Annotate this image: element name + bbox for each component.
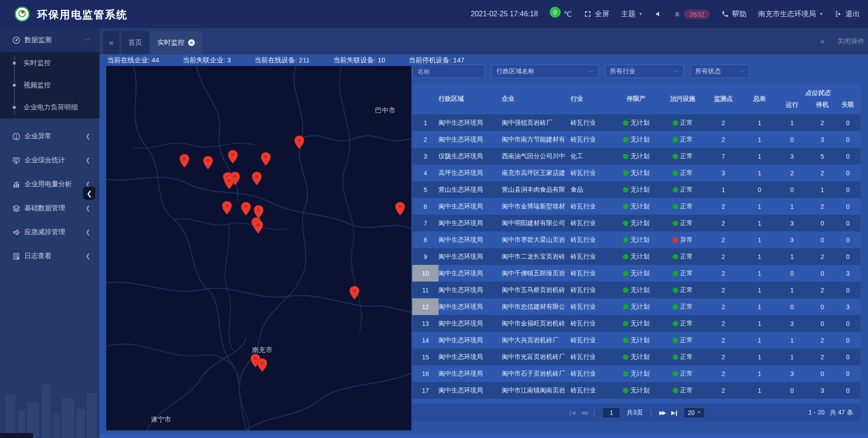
close-tab-icon[interactable]: ✕	[188, 39, 195, 46]
map-pin-icon[interactable]	[222, 201, 232, 215]
row-index-cell[interactable]: 10	[412, 265, 439, 282]
row-index-cell[interactable]: 2	[412, 131, 439, 148]
sidebar-subitem-企业电力负荷明细[interactable]: 企业电力负荷明细	[0, 96, 99, 118]
table-row[interactable]: 5营山生态环境局营山县润丰肉食品有限食品无计划正常10010	[412, 181, 860, 198]
table-row[interactable]: 18南部生态环境局南部县砖华页岩有限公建材行业无计划正常10010	[412, 399, 860, 404]
row-index-cell[interactable]: 5	[412, 181, 439, 198]
fullscreen-button[interactable]: 全屏	[584, 9, 609, 19]
table-row[interactable]: 3仪陇生态环境局西南油气田分公司川中化工无计划正常71350	[412, 148, 860, 165]
table-row[interactable]: 7阆中生态环境局阆中明阳建材有限公司砖瓦行业无计划正常21300	[412, 215, 860, 231]
status-filter-select[interactable]: 所有状态 ﹀	[690, 65, 750, 78]
map-pin-icon[interactable]	[257, 358, 267, 372]
row-index-cell[interactable]: 18	[412, 399, 439, 404]
table-row[interactable]: 14阆中生态环境局阆中大兴页岩机砖厂砖瓦行业无计划正常21120	[412, 332, 860, 349]
tab-实时监控[interactable]: 实时监控✕	[150, 31, 202, 54]
sidebar-item-企业综合统计[interactable]: 企业综合统计❮	[0, 148, 99, 172]
map-pin-icon[interactable]	[349, 286, 359, 300]
table-row[interactable]: 4高坪生态环境局南充市高坪区王家店建砖瓦行业无计划正常31220	[412, 165, 860, 181]
sidebar-item-数据监测[interactable]: 数据监测﹀	[0, 28, 99, 52]
row-index-cell[interactable]: 8	[412, 231, 439, 248]
first-page-button[interactable]: ❙◀	[568, 410, 574, 416]
tab-首页[interactable]: 首页	[121, 31, 149, 54]
map-pin-icon[interactable]	[261, 152, 271, 166]
row-index-cell[interactable]: 7	[412, 215, 439, 231]
sidebar-collapse-button[interactable]: ❮	[83, 187, 95, 200]
row-index-cell[interactable]: 16	[412, 365, 439, 382]
sidebar-item-基础数据管理[interactable]: 基础数据管理❮	[0, 196, 99, 220]
map-pin-icon[interactable]	[228, 150, 238, 164]
map-pin-icon[interactable]	[203, 156, 213, 170]
tabs-scroll-left-button[interactable]: «	[103, 31, 119, 54]
sidebar-subitem-视频监控[interactable]: 视频监控	[0, 74, 99, 96]
next-page-button[interactable]: ▶▶	[659, 410, 665, 416]
sidebar-item-应急减排管理[interactable]: 应急减排管理❮	[0, 220, 99, 244]
map-pin-icon[interactable]	[179, 154, 189, 168]
map-pin-icon[interactable]	[395, 202, 405, 216]
map-pin-icon[interactable]	[294, 136, 304, 149]
page-size-select[interactable]: 20 ▼	[684, 407, 705, 418]
table-row[interactable]: 15阆中生态环境局阆中市光富页岩机砖厂砖瓦行业无计划正常21120	[412, 349, 860, 365]
industry-cell: 食品	[571, 181, 609, 198]
sidebar-skyline-decoration	[0, 370, 99, 438]
map-pin-icon[interactable]	[252, 172, 262, 185]
table-row[interactable]: 12阆中生态环境局阆中市忠信建材有限公砖瓦行业无计划正常21003	[412, 298, 860, 315]
lost-count-cell: 0	[835, 181, 860, 198]
name-filter-input[interactable]	[417, 68, 480, 75]
row-index-cell[interactable]: 9	[412, 248, 439, 265]
row-index-cell[interactable]: 6	[412, 198, 439, 215]
last-page-button[interactable]: ▶❙	[671, 410, 677, 416]
total-meter-cell: 1	[744, 382, 775, 399]
row-index-cell[interactable]: 12	[412, 298, 439, 315]
table-row[interactable]: 13阆中生态环境局阆中市金福旺页岩机砖砖瓦行业无计划正常21300	[412, 315, 860, 332]
table-row[interactable]: 9阆中生态环境局阆中市二龙长宝页岩砖砖瓦行业无计划正常21120	[412, 248, 860, 265]
help-button[interactable]: 帮助	[722, 9, 746, 19]
close-operations-button[interactable]: 关闭操作	[837, 37, 864, 46]
table-row[interactable]: 2阆中生态环境局阆中市南方节能建材有砖瓦行业无计划正常21030	[412, 131, 860, 148]
sidebar-subitem-实时监控[interactable]: 实时监控	[0, 52, 99, 74]
industry-cell: 砖瓦行业	[571, 365, 609, 382]
table-row[interactable]: 8阆中生态环境局阆中市枣碧大梁山页岩砖瓦行业无计划异常21300	[412, 231, 860, 248]
row-index-cell[interactable]: 17	[412, 382, 439, 399]
tabs-scroll-right-button[interactable]: »	[820, 37, 825, 46]
theme-dropdown[interactable]: 主题 ▼	[621, 9, 643, 19]
map-pin-icon[interactable]	[224, 176, 234, 189]
table-row[interactable]: 6阆中生态环境局阆中市金博瑞新型墙材砖瓦行业无计划正常21120	[412, 198, 860, 215]
page-number-input[interactable]	[602, 407, 620, 418]
logout-button[interactable]: 退出	[835, 9, 860, 19]
plan-status-cell: 无计划	[609, 282, 663, 298]
table-row[interactable]: 1阆中生态环境局阆中强锐页岩砖厂砖瓦行业无计划正常21120	[412, 114, 860, 131]
row-index-cell[interactable]: 3	[412, 148, 439, 165]
industry-filter-select[interactable]: 所有行业 ﹀	[605, 65, 684, 78]
status-dot-green-icon	[673, 137, 678, 142]
monitor-points-cell: 2	[703, 349, 744, 365]
row-index-cell[interactable]: 4	[412, 165, 439, 181]
row-index-cell[interactable]: 13	[412, 315, 439, 332]
sound-button[interactable]	[655, 10, 662, 18]
org-dropdown[interactable]: 南充市生态环境局 ▼	[758, 9, 823, 19]
row-index-cell[interactable]: 1	[412, 114, 439, 131]
table-row[interactable]: 16阆中生态环境局阆中市石子页岩机砖厂砖瓦行业无计划正常21300	[412, 365, 860, 382]
row-index-cell[interactable]: 15	[412, 349, 439, 365]
region-filter-select[interactable]: 行政区域名称 ﹀	[491, 65, 599, 78]
plan-status-cell: 无计划	[609, 349, 663, 365]
notifications[interactable]: 2632	[674, 9, 710, 19]
table-row[interactable]: 10阆中生态环境局阆中千佛镇五郎垭页岩砖瓦行业无计划正常21003	[412, 265, 860, 282]
sidebar-item-企业异常[interactable]: 企业异常❮	[0, 124, 99, 148]
sidebar-item-日志查看[interactable]: 日志查看❮	[0, 244, 99, 268]
monitor-points-cell: 2	[703, 114, 744, 131]
map-panel[interactable]: 巴中市南充市遂宁市	[106, 66, 411, 430]
table-row[interactable]: 17阆中生态环境局阆中市江南镇阆南页岩砖瓦行业无计划正常21030	[412, 382, 860, 399]
map-pin-icon[interactable]	[254, 205, 264, 219]
map-pin-icon[interactable]	[241, 202, 251, 216]
row-index-cell[interactable]: 11	[412, 282, 439, 298]
status-dot-green-icon	[673, 388, 678, 393]
map-pin-icon[interactable]	[253, 220, 263, 234]
total-meter-cell: 1	[744, 298, 775, 315]
status-dot-green-icon	[623, 120, 628, 126]
col-header-total: 总表	[744, 83, 775, 114]
row-index-cell[interactable]: 14	[412, 332, 439, 349]
prev-page-button[interactable]: ◀◀	[580, 410, 586, 416]
table-row[interactable]: 11阆中生态环境局阆中市五马桥页岩机砖砖瓦行业无计划正常21120	[412, 282, 860, 298]
filter-row: 行政区域名称 ﹀ 所有行业 ﹀ 所有状态 ﹀	[412, 65, 750, 78]
plan-status-cell: 无计划	[609, 248, 663, 265]
